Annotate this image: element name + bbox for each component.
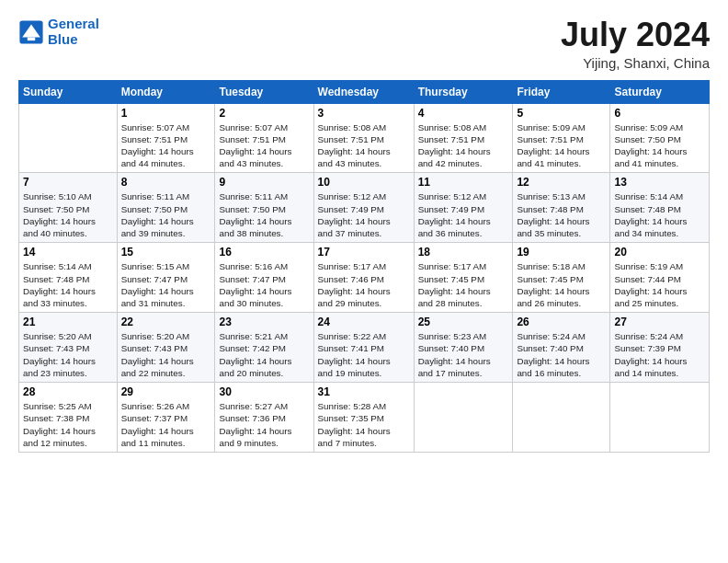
calendar-cell: 15Sunrise: 5:15 AM Sunset: 7:47 PM Dayli… bbox=[117, 243, 215, 313]
cell-content: Sunrise: 5:20 AM Sunset: 7:43 PM Dayligh… bbox=[23, 330, 113, 379]
cell-content: Sunrise: 5:11 AM Sunset: 7:50 PM Dayligh… bbox=[121, 190, 211, 239]
cell-content: Sunrise: 5:24 AM Sunset: 7:40 PM Dayligh… bbox=[517, 330, 606, 379]
calendar-cell: 1Sunrise: 5:07 AM Sunset: 7:51 PM Daylig… bbox=[117, 103, 215, 173]
weekday-header-row: SundayMondayTuesdayWednesdayThursdayFrid… bbox=[19, 80, 710, 103]
cell-content: Sunrise: 5:10 AM Sunset: 7:50 PM Dayligh… bbox=[23, 190, 113, 239]
calendar-cell: 7Sunrise: 5:10 AM Sunset: 7:50 PM Daylig… bbox=[19, 173, 118, 243]
day-number: 15 bbox=[121, 246, 211, 259]
cell-content: Sunrise: 5:09 AM Sunset: 7:50 PM Dayligh… bbox=[614, 121, 705, 170]
cell-content: Sunrise: 5:12 AM Sunset: 7:49 PM Dayligh… bbox=[318, 190, 410, 239]
calendar-cell: 25Sunrise: 5:23 AM Sunset: 7:40 PM Dayli… bbox=[414, 313, 513, 383]
cell-content: Sunrise: 5:14 AM Sunset: 7:48 PM Dayligh… bbox=[23, 260, 113, 309]
cell-content: Sunrise: 5:12 AM Sunset: 7:49 PM Dayligh… bbox=[418, 190, 509, 239]
day-number: 5 bbox=[517, 107, 606, 120]
cell-content: Sunrise: 5:08 AM Sunset: 7:51 PM Dayligh… bbox=[318, 121, 410, 170]
calendar-cell bbox=[414, 383, 513, 453]
weekday-header-sunday: Sunday bbox=[19, 80, 118, 103]
calendar-cell: 14Sunrise: 5:14 AM Sunset: 7:48 PM Dayli… bbox=[19, 243, 118, 313]
day-number: 29 bbox=[121, 385, 211, 398]
cell-content: Sunrise: 5:25 AM Sunset: 7:38 PM Dayligh… bbox=[23, 400, 113, 449]
cell-content: Sunrise: 5:07 AM Sunset: 7:51 PM Dayligh… bbox=[219, 121, 309, 170]
calendar-cell: 18Sunrise: 5:17 AM Sunset: 7:45 PM Dayli… bbox=[414, 243, 513, 313]
day-number: 18 bbox=[418, 246, 509, 259]
day-number: 7 bbox=[23, 176, 113, 189]
calendar-cell: 13Sunrise: 5:14 AM Sunset: 7:48 PM Dayli… bbox=[610, 173, 710, 243]
day-number: 21 bbox=[23, 316, 113, 328]
week-row-4: 28Sunrise: 5:25 AM Sunset: 7:38 PM Dayli… bbox=[19, 383, 710, 453]
cell-content: Sunrise: 5:27 AM Sunset: 7:36 PM Dayligh… bbox=[219, 400, 309, 449]
week-row-0: 1Sunrise: 5:07 AM Sunset: 7:51 PM Daylig… bbox=[19, 103, 710, 173]
cell-content: Sunrise: 5:24 AM Sunset: 7:39 PM Dayligh… bbox=[614, 330, 705, 379]
title-block: July 2024 Yijing, Shanxi, China bbox=[561, 17, 710, 71]
cell-content: Sunrise: 5:08 AM Sunset: 7:51 PM Dayligh… bbox=[418, 121, 509, 170]
day-number: 9 bbox=[219, 176, 309, 189]
calendar-cell: 30Sunrise: 5:27 AM Sunset: 7:36 PM Dayli… bbox=[215, 383, 313, 453]
day-number: 3 bbox=[318, 107, 410, 120]
weekday-header-wednesday: Wednesday bbox=[313, 80, 414, 103]
header: General Blue July 2024 Yijing, Shanxi, C… bbox=[18, 17, 710, 71]
calendar-cell: 21Sunrise: 5:20 AM Sunset: 7:43 PM Dayli… bbox=[19, 313, 118, 383]
logo-line2: Blue bbox=[48, 31, 78, 47]
calendar-cell: 29Sunrise: 5:26 AM Sunset: 7:37 PM Dayli… bbox=[117, 383, 215, 453]
day-number: 10 bbox=[318, 176, 410, 189]
calendar-cell: 9Sunrise: 5:11 AM Sunset: 7:50 PM Daylig… bbox=[215, 173, 313, 243]
weekday-header-tuesday: Tuesday bbox=[215, 80, 313, 103]
cell-content: Sunrise: 5:16 AM Sunset: 7:47 PM Dayligh… bbox=[219, 260, 309, 309]
week-row-2: 14Sunrise: 5:14 AM Sunset: 7:48 PM Dayli… bbox=[19, 243, 710, 313]
calendar-cell: 24Sunrise: 5:22 AM Sunset: 7:41 PM Dayli… bbox=[313, 313, 414, 383]
week-row-1: 7Sunrise: 5:10 AM Sunset: 7:50 PM Daylig… bbox=[19, 173, 710, 243]
calendar-cell bbox=[513, 383, 610, 453]
calendar-cell: 19Sunrise: 5:18 AM Sunset: 7:45 PM Dayli… bbox=[513, 243, 610, 313]
day-number: 23 bbox=[219, 316, 309, 328]
cell-content: Sunrise: 5:19 AM Sunset: 7:44 PM Dayligh… bbox=[614, 260, 705, 309]
week-row-3: 21Sunrise: 5:20 AM Sunset: 7:43 PM Dayli… bbox=[19, 313, 710, 383]
weekday-header-saturday: Saturday bbox=[610, 80, 710, 103]
cell-content: Sunrise: 5:11 AM Sunset: 7:50 PM Dayligh… bbox=[219, 190, 309, 239]
calendar-cell: 6Sunrise: 5:09 AM Sunset: 7:50 PM Daylig… bbox=[610, 103, 710, 173]
calendar-cell: 22Sunrise: 5:20 AM Sunset: 7:43 PM Dayli… bbox=[117, 313, 215, 383]
cell-content: Sunrise: 5:17 AM Sunset: 7:46 PM Dayligh… bbox=[318, 260, 410, 309]
logo-line1: General bbox=[48, 16, 99, 31]
day-number: 17 bbox=[318, 246, 410, 259]
cell-content: Sunrise: 5:15 AM Sunset: 7:47 PM Dayligh… bbox=[121, 260, 211, 309]
cell-content: Sunrise: 5:22 AM Sunset: 7:41 PM Dayligh… bbox=[318, 330, 410, 379]
day-number: 22 bbox=[121, 316, 211, 328]
location: Yijing, Shanxi, China bbox=[561, 55, 710, 71]
day-number: 8 bbox=[121, 176, 211, 189]
cell-content: Sunrise: 5:20 AM Sunset: 7:43 PM Dayligh… bbox=[121, 330, 211, 379]
cell-content: Sunrise: 5:17 AM Sunset: 7:45 PM Dayligh… bbox=[418, 260, 509, 309]
day-number: 24 bbox=[318, 316, 410, 328]
cell-content: Sunrise: 5:14 AM Sunset: 7:48 PM Dayligh… bbox=[614, 190, 705, 239]
logo: General Blue bbox=[18, 17, 99, 47]
day-number: 19 bbox=[517, 246, 606, 259]
cell-content: Sunrise: 5:23 AM Sunset: 7:40 PM Dayligh… bbox=[418, 330, 509, 379]
cell-content: Sunrise: 5:13 AM Sunset: 7:48 PM Dayligh… bbox=[517, 190, 606, 239]
calendar-cell: 10Sunrise: 5:12 AM Sunset: 7:49 PM Dayli… bbox=[313, 173, 414, 243]
day-number: 20 bbox=[614, 246, 705, 259]
calendar-cell: 31Sunrise: 5:28 AM Sunset: 7:35 PM Dayli… bbox=[313, 383, 414, 453]
calendar-cell: 2Sunrise: 5:07 AM Sunset: 7:51 PM Daylig… bbox=[215, 103, 313, 173]
day-number: 2 bbox=[219, 107, 309, 120]
logo-text: General Blue bbox=[48, 17, 99, 47]
calendar-cell: 23Sunrise: 5:21 AM Sunset: 7:42 PM Dayli… bbox=[215, 313, 313, 383]
calendar-cell: 17Sunrise: 5:17 AM Sunset: 7:46 PM Dayli… bbox=[313, 243, 414, 313]
calendar-cell: 5Sunrise: 5:09 AM Sunset: 7:51 PM Daylig… bbox=[513, 103, 610, 173]
day-number: 4 bbox=[418, 107, 509, 120]
weekday-header-friday: Friday bbox=[513, 80, 610, 103]
calendar-cell: 28Sunrise: 5:25 AM Sunset: 7:38 PM Dayli… bbox=[19, 383, 118, 453]
cell-content: Sunrise: 5:28 AM Sunset: 7:35 PM Dayligh… bbox=[318, 400, 410, 449]
logo-icon bbox=[18, 19, 44, 45]
calendar-cell bbox=[19, 103, 118, 173]
day-number: 30 bbox=[219, 385, 309, 398]
calendar-cell bbox=[610, 383, 710, 453]
calendar-cell: 27Sunrise: 5:24 AM Sunset: 7:39 PM Dayli… bbox=[610, 313, 710, 383]
day-number: 12 bbox=[517, 176, 606, 189]
calendar-cell: 16Sunrise: 5:16 AM Sunset: 7:47 PM Dayli… bbox=[215, 243, 313, 313]
calendar-cell: 8Sunrise: 5:11 AM Sunset: 7:50 PM Daylig… bbox=[117, 173, 215, 243]
day-number: 26 bbox=[517, 316, 606, 328]
cell-content: Sunrise: 5:18 AM Sunset: 7:45 PM Dayligh… bbox=[517, 260, 606, 309]
cell-content: Sunrise: 5:09 AM Sunset: 7:51 PM Dayligh… bbox=[517, 121, 606, 170]
calendar-cell: 26Sunrise: 5:24 AM Sunset: 7:40 PM Dayli… bbox=[513, 313, 610, 383]
day-number: 6 bbox=[614, 107, 705, 120]
day-number: 11 bbox=[418, 176, 509, 189]
